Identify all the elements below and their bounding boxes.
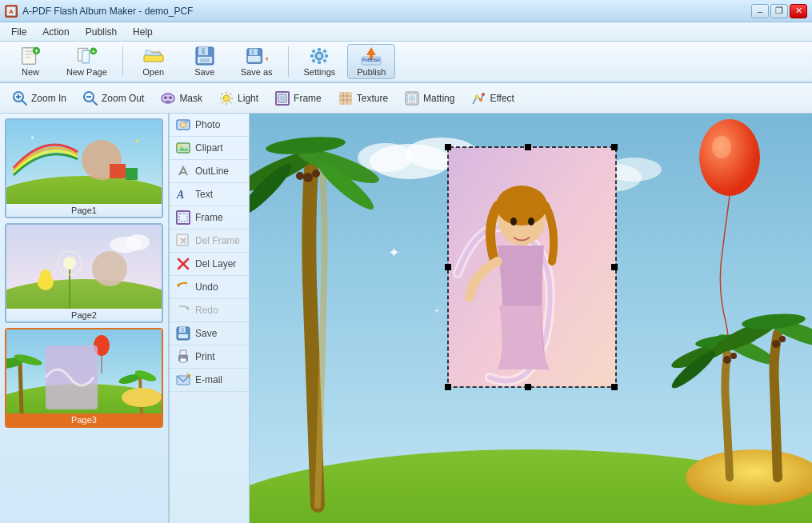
print-tool-label: Print	[195, 351, 215, 362]
redo-tool[interactable]: Redo	[170, 299, 249, 322]
menu-help[interactable]: Help	[125, 25, 161, 39]
open-button[interactable]: Open	[130, 44, 178, 79]
redo-tool-label: Redo	[195, 305, 218, 316]
texture-label: Texture	[357, 93, 388, 104]
page2-thumb[interactable]: Page2	[5, 223, 163, 323]
matting-button[interactable]: Matting	[397, 86, 462, 110]
minimize-button[interactable]: –	[751, 4, 769, 18]
text-tool-label: Text	[195, 189, 213, 200]
new-button[interactable]: + New	[6, 44, 54, 79]
del-frame-tool-label: Del Frame	[195, 235, 240, 246]
svg-line-91	[20, 361, 22, 413]
menu-publish[interactable]: Publish	[78, 25, 125, 39]
frame-tool-label: Frame	[195, 212, 223, 223]
save-tool-label: Save	[195, 328, 217, 339]
new-icon: +	[19, 46, 42, 66]
undo-tool-icon	[176, 280, 190, 294]
canvas-area[interactable]: ✦ ✦ ✦	[250, 114, 812, 523]
zoom-out-button[interactable]: Zoom Out	[75, 86, 151, 110]
email-tool[interactable]: E-mail	[170, 369, 249, 392]
new-label: New	[22, 67, 39, 77]
svg-rect-152	[611, 264, 618, 270]
svg-text:+: +	[265, 55, 268, 63]
svg-rect-31	[312, 58, 317, 63]
menu-file[interactable]: File	[3, 25, 34, 39]
frame-label: Frame	[294, 93, 322, 104]
open-icon	[142, 46, 165, 66]
page2-preview	[6, 225, 162, 309]
svg-line-42	[93, 101, 97, 105]
del-frame-tool[interactable]: Del Frame	[170, 230, 249, 253]
del-layer-tool-label: Del Layer	[195, 258, 236, 269]
svg-point-167	[730, 353, 737, 359]
svg-rect-73	[126, 168, 138, 180]
zoom-in-button[interactable]: Zoom In	[5, 86, 74, 110]
clipart-tool-icon	[176, 141, 190, 155]
svg-rect-5	[25, 57, 30, 58]
outline-tool[interactable]: OutLine	[170, 160, 249, 183]
svg-point-66	[475, 94, 479, 98]
text-tool[interactable]: A Text	[170, 183, 249, 206]
svg-text:PUBLISH: PUBLISH	[362, 58, 380, 62]
svg-point-99	[181, 122, 186, 128]
new-page-button[interactable]: + New Page	[58, 44, 116, 79]
svg-line-39	[22, 101, 26, 105]
del-layer-tool[interactable]: Del Layer	[170, 253, 249, 276]
publish-icon: PUBLISH	[360, 46, 382, 66]
svg-rect-119	[180, 350, 186, 355]
save-as-button[interactable]: + Save as	[232, 44, 282, 79]
svg-point-100	[186, 121, 188, 123]
effect-button[interactable]: Effect	[463, 86, 521, 110]
save-as-icon: +	[246, 46, 268, 66]
email-tool-icon	[176, 373, 190, 387]
svg-rect-149	[525, 144, 531, 150]
frame-tool[interactable]: Frame	[170, 206, 249, 230]
svg-point-65	[409, 95, 415, 102]
svg-rect-20	[251, 50, 254, 55]
svg-rect-117	[178, 334, 188, 338]
menu-action[interactable]: Action	[34, 25, 77, 39]
titlebar-left: A A-PDF Flash Album Maker - demo_PCF	[5, 5, 193, 18]
frame-button[interactable]: Frame	[267, 86, 329, 110]
effect-label: Effect	[490, 93, 514, 104]
publish-button[interactable]: PUBLISH Publish	[347, 44, 395, 79]
texture-button[interactable]: Texture	[330, 86, 395, 110]
page3-thumb[interactable]: Page3	[5, 328, 163, 428]
svg-line-51	[222, 94, 223, 95]
save-button[interactable]: Save	[181, 44, 229, 79]
save-tool[interactable]: Save	[170, 322, 249, 345]
svg-rect-12	[144, 55, 163, 62]
svg-point-80	[63, 257, 76, 269]
page1-thumb[interactable]: ✦ ✦ Page1	[5, 118, 163, 218]
undo-tool[interactable]: Undo	[170, 276, 249, 299]
svg-rect-26	[318, 61, 321, 64]
app-icon: A	[5, 5, 18, 18]
close-button[interactable]: ✕	[790, 4, 807, 18]
menubar: File Action Publish Help	[0, 22, 812, 42]
svg-rect-106	[179, 214, 187, 222]
mask-button[interactable]: Mask	[153, 86, 210, 110]
light-icon	[218, 90, 234, 106]
svg-point-169	[779, 336, 786, 342]
photo-tool[interactable]: Photo	[170, 114, 249, 137]
print-tool[interactable]: Print	[170, 345, 249, 369]
restore-button[interactable]: ❐	[770, 4, 788, 18]
svg-point-157	[712, 136, 731, 158]
clipart-tool[interactable]: Clipart	[170, 137, 249, 160]
settings-button[interactable]: Settings	[295, 44, 345, 79]
svg-rect-154	[525, 384, 531, 390]
light-button[interactable]: Light	[211, 86, 266, 110]
page1-preview: ✦ ✦	[6, 120, 162, 204]
pages-panel[interactable]: ✦ ✦ Page1	[0, 114, 170, 523]
svg-rect-105	[177, 211, 190, 224]
svg-rect-120	[180, 358, 186, 362]
subtoolbar: Zoom In Zoom Out Mask	[0, 83, 812, 114]
photo-tool-label: Photo	[195, 119, 220, 130]
svg-rect-155	[611, 384, 618, 390]
svg-point-102	[178, 144, 182, 147]
print-tool-icon	[176, 349, 190, 364]
svg-point-138	[296, 172, 304, 180]
svg-point-144	[496, 186, 547, 226]
zoom-in-label: Zoom In	[31, 93, 66, 104]
svg-rect-153	[445, 384, 451, 390]
